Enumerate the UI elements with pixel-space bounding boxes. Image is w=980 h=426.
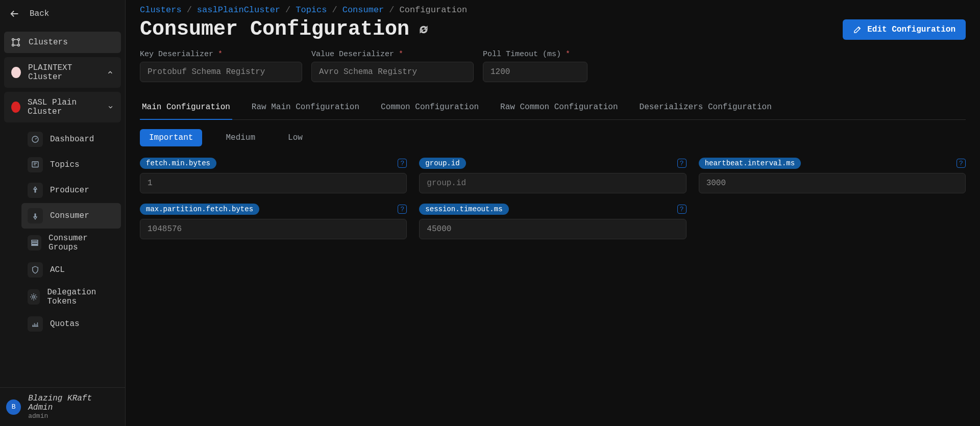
breadcrumb-cluster[interactable]: saslPlainCluster bbox=[197, 5, 280, 15]
value-deserializer-input[interactable] bbox=[311, 62, 474, 82]
consumer-groups-label: Consumer Groups bbox=[48, 234, 115, 252]
tab-common-configuration[interactable]: Common Configuration bbox=[379, 97, 481, 120]
dashboard-icon bbox=[31, 135, 40, 144]
page-title-text: Consumer Configuration bbox=[140, 18, 409, 41]
back-button[interactable]: Back bbox=[0, 0, 125, 28]
quotas-icon bbox=[31, 319, 40, 329]
acl-icon bbox=[31, 265, 40, 274]
svg-point-0 bbox=[12, 39, 14, 41]
breadcrumb-configuration: Configuration bbox=[400, 5, 468, 15]
help-icon[interactable]: ? bbox=[677, 205, 687, 214]
tab-main-configuration[interactable]: Main Configuration bbox=[140, 97, 232, 120]
main-content: Clusters / saslPlainCluster / Topics / C… bbox=[126, 0, 980, 426]
edit-button-label: Edit Configuration bbox=[867, 25, 955, 34]
config-key-pill: fetch.min.bytes bbox=[140, 158, 216, 169]
cluster-plaintext[interactable]: PLAINTEXT Cluster bbox=[4, 57, 121, 88]
breadcrumb-sep: / bbox=[332, 5, 337, 15]
key-deserializer-input[interactable] bbox=[140, 62, 302, 82]
heartbeat-interval-input[interactable] bbox=[699, 173, 966, 193]
user-name: Blazing KRaft Admin bbox=[28, 394, 119, 412]
field-key-deserializer: Key Deserializer * bbox=[140, 50, 302, 82]
breadcrumb-sep: / bbox=[187, 5, 192, 15]
status-dot-icon bbox=[11, 102, 20, 113]
svg-point-9 bbox=[33, 296, 35, 298]
sidebar-item-delegation-tokens[interactable]: Delegation Tokens bbox=[21, 283, 121, 311]
svg-point-1 bbox=[18, 39, 20, 41]
svg-rect-5 bbox=[32, 162, 38, 167]
status-dot-icon bbox=[11, 67, 21, 78]
sidebar-item-quotas[interactable]: Quotas bbox=[21, 311, 121, 337]
max-partition-fetch-bytes-input[interactable] bbox=[140, 219, 407, 239]
refresh-icon[interactable] bbox=[419, 24, 429, 35]
config-key-pill: session.timeout.ms bbox=[419, 204, 508, 215]
config-key-pill: max.partition.fetch.bytes bbox=[140, 204, 259, 215]
dashboard-label: Dashboard bbox=[50, 135, 94, 144]
back-label: Back bbox=[30, 9, 49, 18]
sidebar-item-consumer[interactable]: Consumer bbox=[21, 203, 121, 229]
breadcrumb-sep: / bbox=[285, 5, 290, 15]
producer-label: Producer bbox=[50, 186, 89, 195]
config-key-pill: heartbeat.interval.ms bbox=[699, 158, 801, 169]
config-group-id: group.id ? bbox=[419, 158, 686, 193]
delegation-tokens-icon bbox=[29, 292, 38, 302]
consumer-icon bbox=[31, 211, 40, 220]
pencil-icon bbox=[853, 25, 862, 34]
config-fetch-min-bytes: fetch.min.bytes ? bbox=[140, 158, 407, 193]
tabs: Main Configuration Raw Main Configuratio… bbox=[140, 97, 966, 120]
sidebar: Back Clusters PLAINTEXT Cluster SASL Pla… bbox=[0, 0, 126, 426]
breadcrumb-topics[interactable]: Topics bbox=[296, 5, 327, 15]
help-icon[interactable]: ? bbox=[398, 159, 407, 168]
avatar: B bbox=[6, 399, 21, 415]
producer-icon bbox=[31, 186, 40, 195]
page-title: Consumer Configuration bbox=[140, 18, 429, 41]
config-heartbeat-interval: heartbeat.interval.ms ? bbox=[699, 158, 966, 193]
sidebar-footer[interactable]: B Blazing KRaft Admin admin bbox=[0, 387, 125, 426]
topics-label: Topics bbox=[50, 160, 80, 169]
breadcrumb-clusters[interactable]: Clusters bbox=[140, 5, 182, 15]
session-timeout-input[interactable] bbox=[419, 219, 686, 239]
field-poll-timeout: Poll Timeout (ms) * bbox=[483, 50, 587, 82]
group-id-input[interactable] bbox=[419, 173, 686, 193]
edit-configuration-button[interactable]: Edit Configuration bbox=[843, 19, 966, 40]
config-max-partition-fetch-bytes: max.partition.fetch.bytes ? bbox=[140, 204, 407, 239]
topics-icon bbox=[31, 160, 40, 169]
sidebar-item-dashboard[interactable]: Dashboard bbox=[21, 127, 121, 152]
sidebar-item-clusters[interactable]: Clusters bbox=[4, 32, 121, 53]
tab-raw-main-configuration[interactable]: Raw Main Configuration bbox=[250, 97, 361, 120]
help-icon[interactable]: ? bbox=[398, 205, 407, 214]
help-icon[interactable]: ? bbox=[957, 159, 966, 168]
filter-important[interactable]: Important bbox=[140, 129, 202, 146]
delegation-tokens-label: Delegation Tokens bbox=[47, 288, 115, 306]
fetch-min-bytes-input[interactable] bbox=[140, 173, 407, 193]
config-session-timeout: session.timeout.ms ? bbox=[419, 204, 686, 239]
sidebar-item-producer[interactable]: Producer bbox=[21, 178, 121, 203]
breadcrumb-consumer[interactable]: Consumer bbox=[342, 5, 384, 15]
sidebar-item-acl[interactable]: ACL bbox=[21, 257, 121, 283]
consumer-label: Consumer bbox=[50, 211, 89, 220]
filter-low[interactable]: Low bbox=[279, 129, 312, 146]
cluster-sasl[interactable]: SASL Plain Cluster bbox=[4, 92, 121, 122]
sidebar-item-consumer-groups[interactable]: Consumer Groups bbox=[21, 229, 121, 257]
svg-rect-8 bbox=[32, 245, 38, 246]
svg-point-3 bbox=[18, 44, 20, 46]
user-role: admin bbox=[28, 412, 119, 420]
clusters-label: Clusters bbox=[29, 38, 68, 47]
chevron-up-icon bbox=[107, 68, 114, 77]
acl-label: ACL bbox=[50, 265, 65, 274]
filter-medium[interactable]: Medium bbox=[216, 129, 264, 146]
help-icon[interactable]: ? bbox=[677, 159, 687, 168]
tab-raw-common-configuration[interactable]: Raw Common Configuration bbox=[498, 97, 620, 120]
sidebar-item-topics[interactable]: Topics bbox=[21, 152, 121, 178]
cluster-plaintext-label: PLAINTEXT Cluster bbox=[28, 63, 100, 82]
breadcrumb-sep: / bbox=[389, 5, 394, 15]
field-label: Key Deserializer * bbox=[140, 50, 302, 59]
consumer-groups-icon bbox=[30, 238, 39, 247]
field-label: Value Deserializer * bbox=[311, 50, 474, 59]
field-value-deserializer: Value Deserializer * bbox=[311, 50, 474, 82]
tab-deserializers-configuration[interactable]: Deserializers Configuration bbox=[638, 97, 774, 120]
config-grid: fetch.min.bytes ? group.id ? heartbeat.i… bbox=[140, 158, 966, 239]
chevron-down-icon bbox=[107, 103, 114, 111]
field-label: Poll Timeout (ms) * bbox=[483, 50, 587, 59]
poll-timeout-input[interactable] bbox=[483, 62, 587, 82]
breadcrumb: Clusters / saslPlainCluster / Topics / C… bbox=[140, 5, 966, 15]
